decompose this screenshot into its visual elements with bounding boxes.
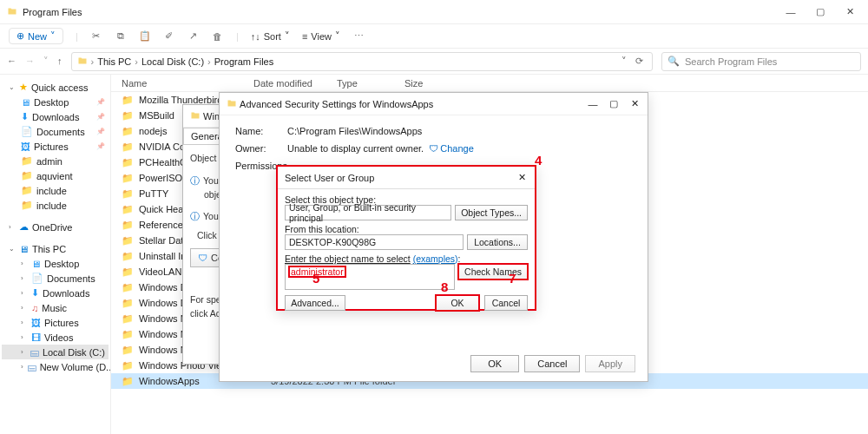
folder-icon xyxy=(227,98,237,110)
folder-icon: 📁 xyxy=(122,313,134,325)
command-bar: ⊕ New ˅ | ✂ ⧉ 📋 ✐ ↗ 🗑 | ↑↓ Sort ˅ ≡ View… xyxy=(0,24,868,49)
up-icon[interactable]: ↑ xyxy=(57,56,62,67)
sidebar-item-downloads2[interactable]: ›⬇ Downloads xyxy=(2,286,108,300)
maximize-icon[interactable]: ▢ xyxy=(814,6,826,18)
cancel-button[interactable]: Cancel xyxy=(524,355,580,372)
sidebar-item-new-volume[interactable]: ›🖴 New Volume (D... xyxy=(2,359,108,374)
sidebar-item-onedrive[interactable]: ›☁ OneDrive xyxy=(2,220,108,234)
sidebar-item-aquvient[interactable]: 📁 aquvient xyxy=(2,168,108,183)
delete-icon[interactable]: 🗑 xyxy=(212,31,224,42)
forward-icon[interactable]: → xyxy=(25,56,35,67)
folder-icon xyxy=(190,110,201,122)
sidebar-item-include2[interactable]: 📁 include xyxy=(2,198,108,213)
sidebar-item-this-pc[interactable]: ⌄🖥 This PC xyxy=(2,241,108,256)
view-button[interactable]: ≡ View ˅ xyxy=(302,30,340,42)
callout-5: 5 xyxy=(312,271,319,286)
close-icon[interactable]: ✕ xyxy=(516,172,528,183)
name-value: C:\Program Files\WindowsApps xyxy=(287,126,422,136)
examples-link[interactable]: (examples) xyxy=(413,253,458,264)
change-owner-link[interactable]: 🛡Change xyxy=(429,143,474,154)
sidebar-item-pictures[interactable]: 🖼 Pictures xyxy=(2,139,108,154)
sidebar-item-quick-access[interactable]: ⌄★ Quick access xyxy=(2,80,108,95)
close-icon[interactable]: ✕ xyxy=(844,6,856,18)
column-name[interactable]: Name xyxy=(111,78,253,89)
breadcrumb[interactable]: › This PC › Local Disk (C:) › Program Fi… xyxy=(71,52,654,71)
new-label: New xyxy=(28,31,47,42)
ok-button[interactable]: OK xyxy=(436,295,479,311)
check-names-button[interactable]: Check Names xyxy=(458,264,528,279)
ok-button[interactable]: OK xyxy=(470,355,519,372)
folder-icon: 📁 xyxy=(122,376,134,387)
sidebar-item-include[interactable]: 📁 include xyxy=(2,183,108,198)
share-icon[interactable]: ↗ xyxy=(187,30,200,42)
object-types-button[interactable]: Object Types... xyxy=(455,205,528,220)
search-icon: 🔍 xyxy=(667,56,680,67)
folder-icon: 📁 xyxy=(122,298,134,309)
search-placeholder: Search Program Files xyxy=(685,56,777,67)
folder-icon: 📁 xyxy=(122,157,134,168)
search-input[interactable]: 🔍 Search Program Files xyxy=(661,52,861,71)
locations-button[interactable]: Locations... xyxy=(467,234,528,250)
folder-icon: 📁 xyxy=(122,329,134,340)
sidebar-item-desktop2[interactable]: ›🖥 Desktop xyxy=(2,256,108,271)
cut-icon[interactable]: ✂ xyxy=(90,30,102,42)
sort-button[interactable]: ↑↓ Sort ˅ xyxy=(251,30,290,42)
folder-icon: 📁 xyxy=(122,282,134,293)
close-icon[interactable]: ✕ xyxy=(628,98,641,109)
sidebar-item-documents[interactable]: 📄 Documents xyxy=(2,124,108,139)
paste-icon[interactable]: 📋 xyxy=(139,30,151,42)
crumb-local-disk[interactable]: Local Disk (C:) xyxy=(141,56,204,67)
sidebar-item-downloads[interactable]: ⬇ Downloads xyxy=(2,109,108,124)
minimize-icon[interactable]: — xyxy=(785,6,797,18)
callout-4: 4 xyxy=(535,153,542,168)
back-icon[interactable]: ← xyxy=(7,56,16,67)
sidebar-item-music[interactable]: ›♫ Music xyxy=(2,300,108,315)
folder-icon xyxy=(7,6,17,18)
maximize-icon[interactable]: ▢ xyxy=(608,98,620,109)
callout-7: 7 xyxy=(509,271,516,286)
explorer-titlebar: Program Files — ▢ ✕ xyxy=(0,0,868,24)
folder-icon: 📁 xyxy=(122,173,134,184)
advanced-button[interactable]: Advanced... xyxy=(285,295,345,311)
adv-title: Advanced Security Settings for WindowsAp… xyxy=(240,99,587,109)
minimize-icon[interactable]: — xyxy=(587,99,599,109)
sidebar-item-desktop[interactable]: 🖥 Desktop xyxy=(2,95,108,109)
nav-row: ← → ˅ ↑ › This PC › Local Disk (C:) › Pr… xyxy=(0,49,868,75)
folder-icon: 📁 xyxy=(122,95,134,106)
folder-icon: 📁 xyxy=(122,220,134,231)
folder-icon: 📁 xyxy=(122,188,134,200)
location-field: DESKTOP-K90Q98G xyxy=(285,234,464,250)
location-label: From this location: xyxy=(285,224,528,234)
folder-icon xyxy=(77,56,88,68)
column-type[interactable]: Type xyxy=(337,78,404,89)
owner-label: Owner: xyxy=(235,143,287,154)
sel-title: Select User or Group xyxy=(285,173,516,183)
dropdown-icon[interactable]: ˅ xyxy=(621,56,627,67)
folder-icon: 📁 xyxy=(122,266,134,278)
sidebar-item-admin[interactable]: 📁 admin xyxy=(2,154,108,168)
window-title: Program Files xyxy=(23,7,785,17)
refresh-icon[interactable]: ⟳ xyxy=(635,56,643,67)
cancel-button[interactable]: Cancel xyxy=(484,295,528,311)
folder-icon: 📁 xyxy=(122,110,134,122)
sidebar-item-local-disk[interactable]: ›🖴 Local Disk (C:) xyxy=(2,345,108,359)
sidebar-item-pictures2[interactable]: ›🖼 Pictures xyxy=(2,315,108,330)
rename-icon[interactable]: ✐ xyxy=(163,30,175,42)
column-size[interactable]: Size xyxy=(404,78,457,89)
crumb-this-pc[interactable]: This PC xyxy=(97,56,131,67)
folder-icon: 📁 xyxy=(122,141,134,153)
apply-button[interactable]: Apply xyxy=(585,355,635,372)
new-button[interactable]: ⊕ New ˅ xyxy=(9,28,63,44)
column-date[interactable]: Date modified xyxy=(253,78,337,89)
recent-icon[interactable]: ˅ xyxy=(43,56,49,67)
info-icon: ⓘ xyxy=(190,211,200,221)
object-name-input[interactable]: administrator xyxy=(285,264,455,290)
sidebar-item-documents2[interactable]: ›📄 Documents xyxy=(2,271,108,286)
name-label: Name: xyxy=(235,126,287,136)
sidebar-item-videos[interactable]: ›🎞 Videos xyxy=(2,330,108,345)
crumb-program-files[interactable]: Program Files xyxy=(214,56,273,67)
more-icon[interactable]: ⋯ xyxy=(352,30,365,42)
copy-icon[interactable]: ⧉ xyxy=(115,30,127,42)
info-icon: ⓘ xyxy=(190,175,200,186)
shield-icon: 🛡 xyxy=(198,251,207,266)
